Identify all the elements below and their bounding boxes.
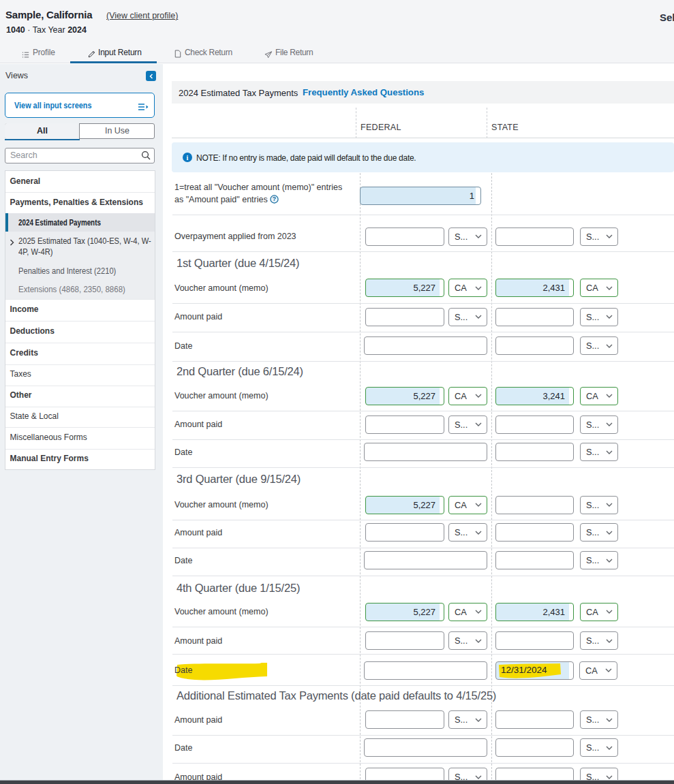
svg-text:?: ? [273,195,276,202]
